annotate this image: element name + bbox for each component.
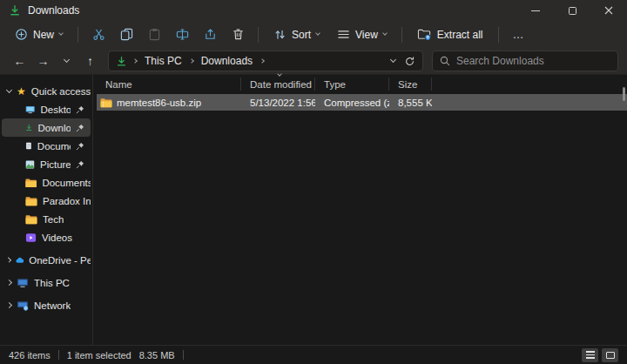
breadcrumb[interactable]: This PC Downloads bbox=[108, 51, 423, 71]
this-pc-icon bbox=[17, 278, 29, 288]
sidebar-item-tech[interactable]: Tech bbox=[2, 210, 91, 228]
column-header-date-modified[interactable]: Date modified bbox=[241, 78, 315, 91]
file-list-header: Name Date modified Type Size bbox=[97, 77, 627, 91]
breadcrumb-item-this-pc[interactable]: This PC bbox=[143, 53, 184, 69]
cut-icon bbox=[92, 28, 105, 41]
sidebar-item-onedrive[interactable]: OneDrive - Personal bbox=[2, 251, 91, 269]
file-type-cell: Compressed (zipp... bbox=[315, 98, 389, 108]
maximize-button[interactable] bbox=[554, 0, 590, 21]
sort-button[interactable]: Sort bbox=[266, 24, 327, 44]
toolbar-separator bbox=[78, 27, 78, 43]
minimize-button[interactable] bbox=[517, 0, 554, 21]
sidebar-item-network[interactable]: Network bbox=[2, 296, 91, 314]
column-header-type[interactable]: Type bbox=[315, 78, 389, 91]
view-toggles bbox=[582, 348, 618, 362]
sidebar-item-label: Desktop bbox=[40, 104, 71, 115]
sidebar-item-videos[interactable]: Videos bbox=[2, 228, 91, 246]
history-chevron-icon bbox=[64, 57, 70, 63]
folder-icon bbox=[25, 178, 37, 188]
main-content: ★ Quick access Desktop Downloads Documen… bbox=[0, 75, 627, 345]
details-view-button[interactable] bbox=[582, 348, 598, 362]
item-count: 426 items bbox=[9, 350, 51, 361]
title-bar: Downloads bbox=[0, 0, 627, 21]
sidebar-item-label: Documents bbox=[37, 141, 71, 152]
expand-chevron-icon[interactable] bbox=[6, 86, 12, 92]
videos-icon bbox=[25, 233, 37, 243]
up-button[interactable]: ↑ bbox=[79, 51, 101, 71]
more-options-button[interactable]: … bbox=[506, 24, 532, 45]
status-divider bbox=[58, 350, 59, 360]
network-icon bbox=[17, 300, 29, 311]
status-divider bbox=[183, 350, 184, 360]
search-box bbox=[432, 51, 618, 71]
column-header-name[interactable]: Name bbox=[97, 78, 241, 91]
cut-button[interactable] bbox=[85, 24, 111, 45]
toolbar-separator bbox=[258, 27, 259, 43]
sidebar-item-paradox-interactive[interactable]: Paradox Interactive bbox=[2, 192, 91, 210]
file-size-cell: 8,555 KB bbox=[389, 98, 432, 108]
search-input[interactable] bbox=[456, 55, 610, 67]
file-explorer-window: Downloads New bbox=[0, 0, 627, 364]
share-button[interactable] bbox=[197, 24, 223, 45]
address-dropdown-chevron-icon[interactable] bbox=[390, 57, 396, 63]
thumbnail-view-button[interactable] bbox=[602, 348, 618, 362]
vertical-scrollbar-thumb[interactable] bbox=[623, 87, 625, 101]
sidebar-item-label: Downloads bbox=[38, 123, 71, 133]
refresh-button[interactable] bbox=[404, 56, 415, 67]
folder-icon bbox=[25, 214, 37, 225]
delete-button[interactable] bbox=[225, 24, 251, 45]
breadcrumb-item-downloads[interactable]: Downloads bbox=[199, 53, 254, 69]
expand-chevron-icon[interactable] bbox=[6, 257, 11, 262]
column-header-size[interactable]: Size bbox=[389, 78, 432, 91]
maximize-icon bbox=[569, 7, 576, 15]
paste-button[interactable] bbox=[141, 24, 167, 45]
expand-chevron-icon[interactable] bbox=[6, 302, 12, 308]
file-name-cell: memtest86-usb.zip bbox=[97, 98, 241, 108]
new-button[interactable]: New bbox=[7, 24, 71, 44]
file-row-memtest86-usb-zip[interactable]: memtest86-usb.zip 5/13/2022 1:56 PM Comp… bbox=[97, 94, 627, 111]
pin-icon bbox=[76, 124, 84, 132]
up-icon: ↑ bbox=[87, 54, 93, 68]
sidebar-item-documents[interactable]: Documents bbox=[2, 137, 91, 155]
sidebar-item-label: This PC bbox=[34, 278, 70, 288]
history-button[interactable] bbox=[56, 51, 78, 71]
sidebar-item-this-pc[interactable]: This PC bbox=[2, 273, 91, 292]
sidebar-item-label: OneDrive - Personal bbox=[29, 255, 91, 266]
back-button[interactable]: ← bbox=[9, 51, 30, 71]
refresh-icon bbox=[404, 56, 415, 67]
desktop-icon bbox=[25, 104, 35, 115]
details-view-icon bbox=[586, 351, 595, 358]
sidebar-item-label: Documents bbox=[42, 178, 91, 188]
view-icon bbox=[337, 28, 350, 41]
sidebar-item-downloads[interactable]: Downloads bbox=[2, 118, 91, 137]
view-button-label: View bbox=[355, 29, 378, 41]
view-button[interactable]: View bbox=[329, 24, 394, 44]
file-date-cell: 5/13/2022 1:56 PM bbox=[241, 98, 315, 108]
rename-icon bbox=[176, 28, 189, 41]
breadcrumb-chevron-icon bbox=[189, 58, 194, 64]
toolbar-separator bbox=[401, 27, 402, 43]
search-icon bbox=[440, 56, 450, 66]
forward-button[interactable]: → bbox=[32, 51, 54, 71]
pin-icon bbox=[76, 105, 84, 114]
sidebar-item-desktop[interactable]: Desktop bbox=[2, 100, 91, 118]
sort-button-label: Sort bbox=[292, 29, 311, 41]
status-bar: 426 items 1 item selected 8.35 MB bbox=[0, 345, 627, 364]
file-name: memtest86-usb.zip bbox=[117, 98, 201, 108]
rename-button[interactable] bbox=[169, 24, 195, 45]
navigation-pane: ★ Quick access Desktop Downloads Documen… bbox=[0, 75, 93, 345]
onedrive-cloud-icon bbox=[16, 256, 24, 265]
zip-file-icon bbox=[100, 98, 112, 108]
pin-icon bbox=[76, 160, 84, 169]
quick-access-star-icon: ★ bbox=[17, 86, 26, 97]
extract-all-button[interactable]: Extract all bbox=[409, 24, 491, 44]
expand-chevron-icon[interactable] bbox=[6, 280, 12, 286]
back-icon: ← bbox=[14, 54, 26, 68]
copy-button[interactable] bbox=[113, 24, 139, 45]
sidebar-item-documents-folder[interactable]: Documents bbox=[2, 173, 91, 192]
close-button[interactable] bbox=[590, 0, 627, 21]
sidebar-item-label: Tech bbox=[43, 214, 64, 225]
sidebar-item-pictures[interactable]: Pictures bbox=[2, 155, 91, 173]
sidebar-item-quick-access[interactable]: ★ Quick access bbox=[2, 82, 91, 100]
sidebar-item-label: Pictures bbox=[40, 159, 71, 170]
